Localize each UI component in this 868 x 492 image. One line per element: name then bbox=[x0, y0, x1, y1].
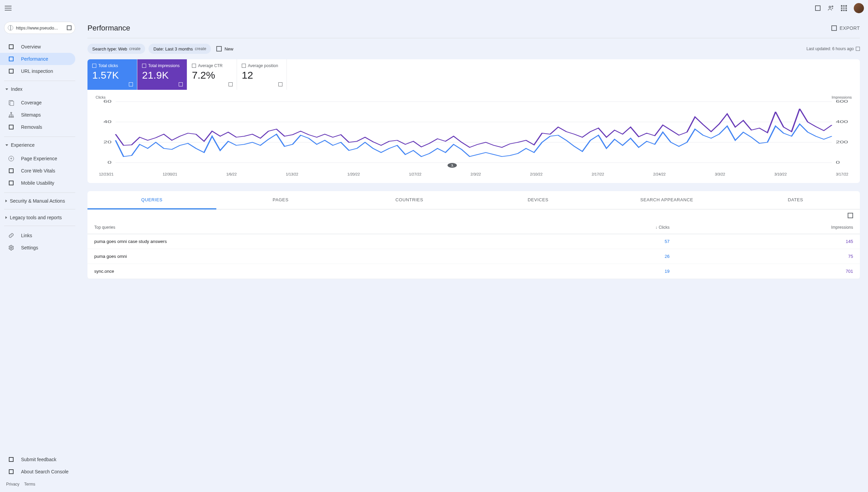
performance-chart[interactable]: 1 6040200 6004002000 bbox=[96, 100, 852, 168]
svg-text:200: 200 bbox=[836, 140, 848, 144]
tab-pages[interactable]: PAGES bbox=[216, 191, 345, 209]
privacy-link[interactable]: Privacy bbox=[6, 482, 19, 487]
search-type-chip[interactable]: Search type: Web create bbox=[87, 44, 145, 54]
tabs: QUERIESPAGESCOUNTRIESDEVICESSEARCH APPEA… bbox=[87, 191, 860, 209]
coverage-icon bbox=[8, 100, 14, 106]
svg-rect-4 bbox=[11, 117, 12, 118]
svg-text:0: 0 bbox=[107, 160, 112, 164]
sidebar-item-url-inspection[interactable]: URL inspection bbox=[0, 65, 75, 77]
sidebar-item-mobile-usability[interactable]: Mobile Usability bbox=[0, 177, 75, 189]
svg-point-6 bbox=[11, 247, 12, 249]
dropdown-icon bbox=[67, 25, 72, 30]
box-icon bbox=[8, 180, 14, 186]
sidebar-item-sitemaps[interactable]: Sitemaps bbox=[0, 109, 75, 121]
sidebar-item-removals[interactable]: Removals bbox=[0, 121, 75, 133]
box-icon bbox=[8, 456, 14, 463]
sidebar: https://www.pseudo... OverviewPerformanc… bbox=[0, 16, 79, 492]
add-filter-button[interactable]: New bbox=[214, 46, 235, 52]
property-url: https://www.pseudo... bbox=[16, 25, 64, 30]
plus-icon bbox=[216, 46, 222, 52]
tab-queries[interactable]: QUERIES bbox=[87, 191, 216, 209]
chevron-right-icon bbox=[5, 200, 7, 202]
table-row[interactable]: puma goes omni case study answers57145 bbox=[87, 234, 860, 249]
tab-search-appearance[interactable]: SEARCH APPEARANCE bbox=[603, 191, 731, 209]
avatar[interactable] bbox=[854, 3, 864, 13]
chart-card: Clicks Impressions 1 6040200 6004002000 … bbox=[87, 90, 860, 183]
date-chip[interactable]: Date: Last 3 months create bbox=[149, 44, 211, 54]
impressions-axis-label: Impressions bbox=[832, 95, 852, 99]
footer-links: Privacy Terms bbox=[0, 479, 79, 489]
uncheck-icon bbox=[242, 64, 246, 68]
sidebar-section-index[interactable]: Index bbox=[0, 83, 79, 95]
box-icon bbox=[8, 44, 14, 50]
export-icon bbox=[831, 25, 837, 31]
apps-icon[interactable] bbox=[841, 5, 847, 11]
export-button[interactable]: EXPORT bbox=[831, 25, 860, 31]
settings-icon bbox=[8, 245, 14, 251]
chevron-down-icon bbox=[5, 88, 8, 90]
table-row[interactable]: puma goes omni2675 bbox=[87, 249, 860, 264]
svg-rect-2 bbox=[11, 112, 12, 114]
sidebar-item-page-experience[interactable]: +Page Experience bbox=[0, 152, 75, 165]
toggle-icon bbox=[278, 82, 282, 86]
toggle-icon bbox=[179, 82, 183, 86]
col-clicks[interactable]: ↓Clicks bbox=[533, 221, 676, 234]
svg-text:40: 40 bbox=[103, 120, 112, 124]
links-icon bbox=[8, 232, 14, 239]
box-icon bbox=[8, 124, 14, 130]
toggle-icon bbox=[229, 82, 233, 86]
sidebar-item-submit-feedback[interactable]: Submit feedback bbox=[0, 453, 75, 466]
chevron-down-icon bbox=[5, 144, 8, 146]
sidebar-item-links[interactable]: Links bbox=[0, 229, 75, 242]
main-content: Performance EXPORT Search type: Web crea… bbox=[79, 16, 868, 492]
sidebar-item-settings[interactable]: Settings bbox=[0, 242, 75, 254]
tab-countries[interactable]: COUNTRIES bbox=[345, 191, 474, 209]
sidebar-item-coverage[interactable]: Coverage bbox=[0, 97, 75, 109]
topbar bbox=[0, 0, 868, 16]
page-title: Performance bbox=[87, 24, 130, 33]
metric-average-ctr[interactable]: Average CTR 7.2% bbox=[187, 59, 237, 90]
svg-text:0: 0 bbox=[836, 160, 840, 164]
sidebar-section-legacy-tools-and-reports[interactable]: Legacy tools and reports bbox=[0, 211, 79, 224]
svg-rect-3 bbox=[9, 117, 10, 118]
metrics-panel: Total clicks 1.57K Total impressions 21.… bbox=[87, 59, 860, 90]
box-icon bbox=[8, 469, 14, 475]
people-icon[interactable] bbox=[827, 5, 834, 12]
terms-link[interactable]: Terms bbox=[24, 482, 35, 487]
svg-point-0 bbox=[829, 6, 831, 8]
sidebar-item-core-web-vitals[interactable]: Core Web Vitals bbox=[0, 165, 75, 177]
box-icon bbox=[8, 168, 14, 174]
queries-table: Top queries ↓Clicks Impressions puma goe… bbox=[87, 221, 860, 279]
globe-icon bbox=[8, 25, 13, 30]
filters-row: Search type: Web create Date: Last 3 mon… bbox=[87, 38, 860, 59]
check-icon bbox=[142, 64, 146, 68]
metric-total-clicks[interactable]: Total clicks 1.57K bbox=[87, 59, 137, 90]
table-filter-icon[interactable] bbox=[848, 213, 853, 218]
sidebar-section-experience[interactable]: Experience bbox=[0, 139, 79, 151]
tab-dates[interactable]: DATES bbox=[731, 191, 860, 209]
tab-devices[interactable]: DEVICES bbox=[474, 191, 603, 209]
svg-point-1 bbox=[832, 6, 833, 7]
metric-average-position[interactable]: Average position 12 bbox=[237, 59, 287, 90]
sidebar-section-security-manual-actions[interactable]: Security & Manual Actions bbox=[0, 195, 79, 207]
info-icon[interactable] bbox=[856, 47, 860, 51]
box-icon bbox=[8, 56, 14, 62]
sort-desc-icon: ↓ bbox=[655, 225, 657, 230]
clicks-axis-label: Clicks bbox=[96, 95, 105, 99]
last-updated: Last updated: 6 hours ago bbox=[807, 46, 860, 51]
sidebar-item-overview[interactable]: Overview bbox=[0, 41, 75, 53]
sidebar-item-performance[interactable]: Performance bbox=[0, 53, 75, 65]
toggle-icon bbox=[129, 82, 133, 86]
box-icon bbox=[8, 68, 14, 74]
svg-text:600: 600 bbox=[836, 100, 848, 104]
property-selector[interactable]: https://www.pseudo... bbox=[4, 22, 75, 34]
metric-total-impressions[interactable]: Total impressions 21.9K bbox=[137, 59, 187, 90]
col-queries[interactable]: Top queries bbox=[87, 221, 533, 234]
table-row[interactable]: sync.once19701 bbox=[87, 264, 860, 279]
svg-text:20: 20 bbox=[103, 140, 112, 144]
menu-icon[interactable] bbox=[4, 4, 12, 12]
svg-text:60: 60 bbox=[103, 100, 112, 104]
col-impressions[interactable]: Impressions bbox=[676, 221, 860, 234]
action-icon-1[interactable] bbox=[815, 5, 821, 11]
sidebar-item-about-search-console[interactable]: About Search Console bbox=[0, 466, 75, 478]
